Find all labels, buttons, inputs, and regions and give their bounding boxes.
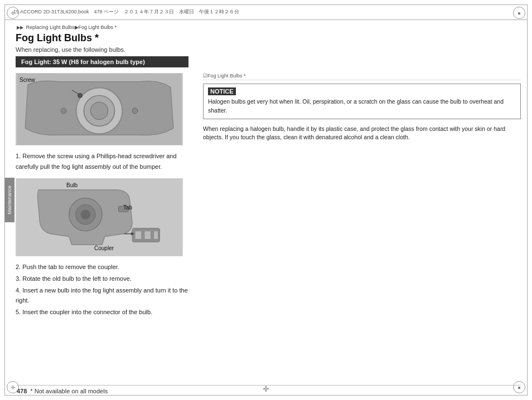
svg-rect-16: [154, 231, 158, 240]
right-column: ☑Fog Light Bulbs * NOTICE Halogen bulbs …: [203, 73, 521, 380]
notice-box: NOTICE Halogen bulbs get very hot when l…: [203, 84, 521, 119]
page-number: 478: [17, 388, 27, 394]
steps-2-5: 2. Push the tab to remove the coupler. 3…: [16, 262, 194, 317]
side-tab: Maintenance: [4, 178, 14, 222]
svg-point-11: [80, 210, 90, 220]
right-panel-header: ☑Fog Light Bulbs *: [203, 73, 521, 80]
page-title: Fog Light Bulbs *: [16, 32, 521, 44]
screw-label: Screw: [20, 77, 35, 83]
main-content: Fog Light Bulbs * When replacing, use th…: [16, 32, 521, 380]
side-tab-label: Maintenance: [7, 186, 12, 214]
fog-light-image-1: Screw: [16, 73, 183, 145]
bulb-label: Bulb: [66, 182, 78, 188]
svg-point-7: [132, 108, 138, 114]
fog-light-image-2: Bulb Tab Coupler: [16, 178, 183, 256]
svg-rect-14: [135, 231, 142, 240]
svg-point-3: [90, 102, 108, 120]
two-column-layout: Screw 1. Remove the screw using a Philli…: [16, 73, 521, 380]
svg-rect-15: [144, 231, 151, 240]
tab-label: Tab: [123, 204, 132, 211]
left-column: Screw 1. Remove the screw using a Philli…: [16, 73, 194, 380]
coupler-label: Coupler: [94, 245, 114, 251]
top-header: 15 ACCORD 2D-31T3L6200.book 478 ページ ２０１４…: [4, 4, 528, 20]
intro-text: When replacing, use the following bulbs.: [16, 46, 521, 53]
footnote: * Not available on all models: [30, 388, 108, 394]
notice-title: NOTICE: [208, 87, 236, 95]
spec-box: Fog Light: 35 W (H8 for halogen bulb typ…: [16, 56, 188, 67]
svg-point-6: [61, 108, 66, 114]
notice-extra-text: When replacing a halogen bulb, handle it…: [203, 125, 521, 143]
header-text: 15 ACCORD 2D-31T3L6200.book 478 ページ ２０１４…: [13, 8, 239, 16]
footer: 478 * Not available on all models: [17, 385, 521, 394]
step-1-text: 1. Remove the screw using a Phillips-hea…: [16, 151, 194, 172]
breadcrumb: Replacing Light Bulbs▶Fog Light Bulbs *: [17, 25, 117, 30]
notice-text: Halogen bulbs get very hot when lit. Oil…: [208, 97, 516, 115]
